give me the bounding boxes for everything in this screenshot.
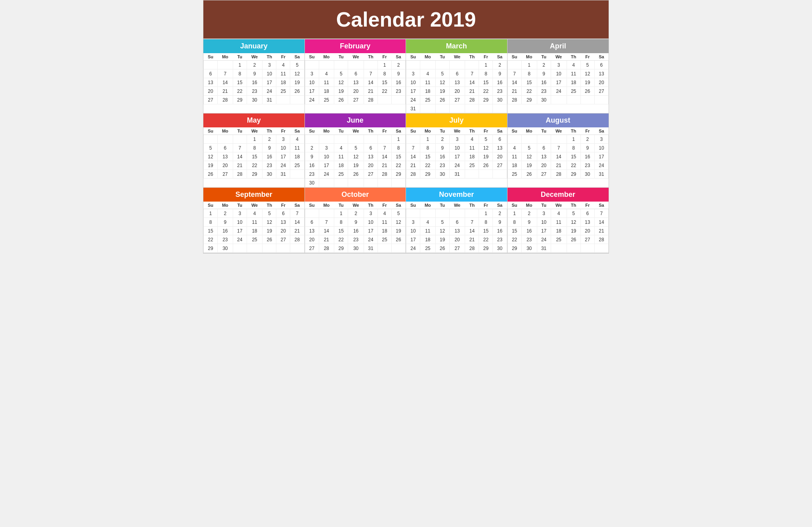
day-cell — [406, 209, 420, 218]
day-cell: 5 — [334, 69, 348, 78]
day-cell: 27 — [537, 170, 551, 179]
day-cell: 22 — [204, 235, 218, 244]
month-table-november: SuMoTuWeThFrSa12345678910111213141516171… — [406, 202, 507, 253]
month-table-june: SuMoTuWeThFrSa12345678910111213141516171… — [305, 127, 406, 187]
month-block-may: MaySuMoTuWeThFrSa12345678910111213141516… — [203, 113, 305, 188]
day-cell: 27 — [364, 170, 377, 179]
day-cell — [580, 96, 594, 104]
day-cell — [319, 209, 334, 218]
day-cell: 17 — [594, 152, 608, 161]
day-header: Fr — [580, 53, 594, 61]
table-row: 12 — [305, 61, 406, 69]
table-row: 20212223242526 — [204, 87, 304, 96]
day-cell: 28 — [377, 170, 391, 179]
table-row: 1234567 — [508, 209, 609, 218]
day-header: Fr — [276, 53, 290, 61]
day-cell: 21 — [594, 227, 608, 235]
day-cell: 26 — [435, 96, 449, 104]
day-cell — [521, 135, 537, 144]
day-cell: 10 — [594, 144, 608, 152]
day-cell: 29 — [391, 170, 405, 179]
day-cell: 7 — [508, 69, 521, 78]
day-cell: 7 — [290, 209, 304, 218]
day-cell: 22 — [521, 87, 537, 96]
day-header: Tu — [537, 202, 551, 209]
day-cell: 28 — [290, 235, 304, 244]
day-cell: 24 — [233, 235, 247, 244]
table-row: 6789101112 — [204, 69, 304, 78]
month-block-november: NovemberSuMoTuWeThFrSa123456789101112131… — [406, 188, 508, 253]
day-header: Su — [204, 53, 218, 61]
day-cell: 17 — [406, 235, 420, 244]
day-cell: 26 — [391, 235, 405, 244]
day-header: Th — [364, 202, 377, 209]
day-cell: 5 — [567, 209, 580, 218]
day-cell: 2 — [262, 135, 276, 144]
day-cell: 13 — [580, 218, 594, 227]
table-row: 15161718192021 — [204, 227, 304, 235]
day-cell: 27 — [493, 161, 507, 170]
day-header: Fr — [580, 127, 594, 135]
day-cell: 10 — [406, 78, 420, 87]
day-cell: 23 — [305, 170, 319, 179]
day-cell: 16 — [391, 78, 405, 87]
day-cell: 2 — [218, 209, 233, 218]
day-header: We — [449, 53, 465, 61]
day-cell: 26 — [290, 87, 304, 96]
day-header: Su — [508, 202, 521, 209]
day-cell: 1 — [479, 61, 493, 69]
day-cell: 21 — [508, 87, 521, 96]
day-cell: 14 — [594, 218, 608, 227]
day-cell: 23 — [493, 235, 507, 244]
day-cell — [319, 135, 334, 144]
day-cell: 13 — [594, 69, 608, 78]
table-row: 24252627282930 — [406, 244, 507, 253]
day-cell: 21 — [377, 161, 391, 170]
day-header: Fr — [580, 202, 594, 209]
day-cell: 28 — [364, 96, 377, 104]
day-cell: 26 — [262, 235, 276, 244]
day-cell: 19 — [290, 78, 304, 87]
day-cell: 15 — [247, 152, 262, 161]
day-header: Fr — [276, 202, 290, 209]
day-cell: 9 — [493, 69, 507, 78]
day-header: Th — [262, 202, 276, 209]
day-cell: 8 — [247, 144, 262, 152]
day-cell: 11 — [465, 144, 479, 152]
day-header: Sa — [391, 53, 405, 61]
day-cell: 4 — [290, 135, 304, 144]
day-cell: 14 — [508, 78, 521, 87]
day-header: Th — [262, 53, 276, 61]
day-cell: 17 — [305, 87, 319, 96]
table-row: 12345 — [204, 61, 304, 69]
day-cell: 3 — [406, 218, 420, 227]
month-table-december: SuMoTuWeThFrSa12345678910111213141516171… — [508, 202, 609, 253]
day-header: Th — [567, 53, 580, 61]
day-cell: 8 — [521, 69, 537, 78]
day-header: Sa — [290, 53, 304, 61]
day-cell: 27 — [449, 244, 465, 253]
day-cell: 16 — [305, 161, 319, 170]
day-cell: 3 — [364, 209, 377, 218]
day-header: Th — [364, 127, 377, 135]
day-cell: 23 — [580, 161, 594, 170]
day-cell: 4 — [465, 135, 479, 144]
month-header-july: July — [406, 113, 507, 127]
day-cell: 31 — [406, 104, 420, 113]
day-header: Su — [305, 53, 319, 61]
table-row: 24252627282930 — [406, 96, 507, 104]
day-cell — [508, 61, 521, 69]
day-header: Su — [406, 53, 420, 61]
day-cell: 19 — [348, 161, 364, 170]
day-cell: 28 — [508, 96, 521, 104]
day-cell: 13 — [449, 78, 465, 87]
day-cell: 2 — [391, 61, 405, 69]
day-cell: 24 — [449, 161, 465, 170]
month-header-september: September — [203, 188, 304, 202]
day-header: Sa — [594, 202, 608, 209]
day-cell: 30 — [218, 244, 233, 253]
day-header: Su — [305, 127, 319, 135]
day-cell: 9 — [435, 144, 449, 152]
day-cell: 5 — [204, 144, 218, 152]
day-cell: 1 — [420, 135, 436, 144]
